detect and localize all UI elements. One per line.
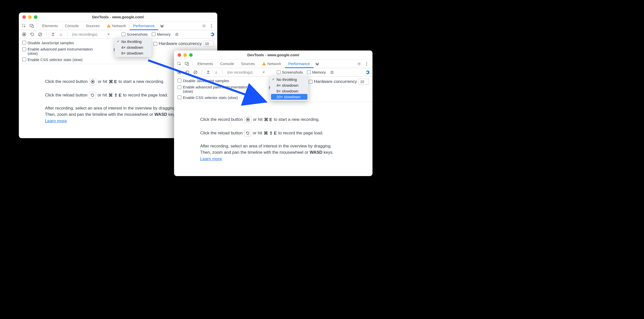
text: to record the page load. bbox=[123, 93, 168, 98]
device-toggle-icon[interactable] bbox=[28, 22, 35, 30]
checkbox[interactable] bbox=[178, 95, 181, 99]
memory-checkbox[interactable]: Memory bbox=[307, 70, 326, 74]
checkbox-label: Enable CSS selector stats (slow) bbox=[28, 58, 82, 62]
reload-button[interactable] bbox=[29, 31, 35, 38]
checkbox[interactable] bbox=[22, 47, 26, 51]
inspect-icon[interactable] bbox=[20, 22, 28, 30]
hardware-concurrency-input[interactable] bbox=[358, 79, 369, 85]
advanced-paint-checkbox[interactable]: Enable advanced paint instrumentation (s… bbox=[178, 85, 250, 93]
checkbox[interactable] bbox=[122, 32, 125, 36]
checkbox[interactable] bbox=[178, 85, 181, 89]
learn-more-link[interactable]: Learn more bbox=[45, 118, 67, 124]
dropdown-item-6x[interactable]: 6× slowdown bbox=[270, 88, 308, 94]
hardware-concurrency-input[interactable] bbox=[203, 41, 214, 47]
cpu-throttling-dropdown[interactable]: No throttling 4× slowdown 6× slowdown 20… bbox=[270, 76, 308, 101]
dropdown-item-6x[interactable]: 6× slowdown bbox=[115, 50, 151, 56]
kebab-menu-icon[interactable] bbox=[208, 22, 215, 30]
capture-settings-icon[interactable] bbox=[209, 31, 215, 38]
record-button[interactable] bbox=[176, 69, 183, 76]
text: or hit bbox=[97, 93, 107, 98]
reload-button[interactable] bbox=[184, 69, 191, 76]
tab-label: Performance bbox=[133, 24, 155, 28]
maximize-button[interactable] bbox=[34, 15, 37, 19]
advanced-paint-checkbox[interactable]: Enable advanced paint instrumentation (s… bbox=[22, 47, 95, 56]
device-toggle-icon[interactable] bbox=[183, 60, 191, 68]
dropdown-item-4x[interactable]: 4× slowdown bbox=[270, 82, 308, 88]
checkbox-label: Memory bbox=[312, 70, 326, 74]
capture-settings-icon[interactable] bbox=[364, 69, 370, 76]
css-selector-stats-checkbox[interactable]: Enable CSS selector stats (slow) bbox=[178, 95, 250, 100]
tab-label: Network bbox=[267, 62, 281, 66]
css-selector-stats-checkbox[interactable]: Enable CSS selector stats (slow) bbox=[22, 58, 95, 62]
separator bbox=[202, 70, 202, 75]
disable-js-checkbox[interactable]: Disable JavaScript samples bbox=[178, 79, 250, 83]
screenshots-checkbox[interactable]: Screenshots bbox=[277, 70, 303, 74]
learn-more-link[interactable]: Learn more bbox=[200, 156, 222, 162]
settings-icon[interactable] bbox=[355, 60, 363, 68]
settings-icon[interactable] bbox=[200, 22, 208, 30]
collect-garbage-icon[interactable] bbox=[174, 31, 180, 38]
maximize-button[interactable] bbox=[189, 53, 193, 57]
close-button[interactable] bbox=[22, 15, 26, 19]
dropdown-item-4x[interactable]: 4× slowdown bbox=[115, 44, 151, 50]
keyboard-shortcut: ⌘ ⇧ E bbox=[109, 93, 122, 98]
warning-icon bbox=[107, 24, 111, 28]
recordings-select-label: (no recordings) bbox=[227, 70, 253, 74]
tab-performance[interactable]: Performance bbox=[285, 60, 313, 68]
tab-console[interactable]: Console bbox=[217, 60, 238, 68]
kebab-menu-icon[interactable] bbox=[363, 60, 370, 68]
collect-garbage-icon[interactable] bbox=[329, 69, 335, 76]
reload-icon bbox=[89, 92, 96, 99]
upload-icon[interactable] bbox=[205, 69, 211, 76]
minimize-button[interactable] bbox=[183, 53, 187, 57]
record-button[interactable] bbox=[21, 31, 27, 38]
performance-toolbar: (no recordings) Screenshots Memory bbox=[174, 68, 372, 77]
dropdown-item-20x[interactable]: 20× slowdown bbox=[271, 94, 307, 100]
checkbox[interactable] bbox=[153, 42, 157, 46]
checkbox[interactable] bbox=[178, 79, 181, 82]
dropdown-item-no-throttling[interactable]: No throttling bbox=[270, 77, 308, 82]
checkbox[interactable] bbox=[22, 41, 26, 44]
checkbox[interactable] bbox=[152, 32, 155, 36]
clear-button[interactable] bbox=[37, 31, 43, 38]
clear-button[interactable] bbox=[192, 69, 199, 76]
tab-network[interactable]: Network bbox=[258, 60, 285, 68]
checkbox-label: Memory bbox=[157, 32, 171, 36]
traffic-lights bbox=[22, 15, 37, 19]
tab-elements[interactable]: Elements bbox=[39, 22, 62, 30]
hardware-concurrency-group: Hardware concurrency bbox=[309, 79, 369, 85]
tab-sources[interactable]: Sources bbox=[82, 22, 103, 30]
checkbox[interactable] bbox=[22, 58, 26, 61]
inspect-icon[interactable] bbox=[176, 60, 183, 68]
dropdown-item-no-throttling[interactable]: No throttling bbox=[115, 39, 151, 44]
tab-console[interactable]: Console bbox=[62, 22, 82, 30]
download-icon[interactable] bbox=[213, 69, 220, 76]
tab-label: Sources bbox=[86, 24, 100, 28]
tab-performance[interactable]: Performance bbox=[130, 22, 158, 30]
checkbox[interactable] bbox=[277, 70, 281, 74]
memory-checkbox[interactable]: Memory bbox=[152, 32, 171, 36]
recordings-select[interactable]: (no recordings) bbox=[226, 69, 266, 76]
separator bbox=[223, 70, 223, 75]
tab-sources[interactable]: Sources bbox=[238, 60, 258, 68]
download-icon[interactable] bbox=[58, 31, 64, 38]
checkbox[interactable] bbox=[309, 80, 312, 84]
titlebar: DevTools - www.google.com/ bbox=[174, 50, 372, 60]
upload-icon[interactable] bbox=[50, 31, 56, 38]
more-tabs-icon[interactable] bbox=[158, 22, 166, 30]
cpu-throttling-dropdown[interactable]: No throttling 4× slowdown 6× slowdown bbox=[115, 38, 151, 57]
separator bbox=[46, 32, 47, 37]
checkbox-label: Screenshots bbox=[127, 32, 148, 36]
tab-network[interactable]: Network bbox=[103, 22, 130, 30]
wasd-text: WASD bbox=[310, 150, 323, 155]
minimize-button[interactable] bbox=[28, 15, 32, 19]
warning-icon bbox=[262, 62, 266, 66]
recordings-select[interactable]: (no recordings) bbox=[71, 31, 111, 38]
checkbox[interactable] bbox=[307, 70, 311, 74]
tab-elements[interactable]: Elements bbox=[194, 60, 217, 68]
disable-js-checkbox[interactable]: Disable JavaScript samples bbox=[22, 41, 95, 45]
more-tabs-icon[interactable] bbox=[313, 60, 321, 68]
close-button[interactable] bbox=[178, 53, 181, 57]
screenshots-checkbox[interactable]: Screenshots bbox=[122, 32, 148, 36]
checkbox-label: Disable JavaScript samples bbox=[183, 79, 229, 83]
